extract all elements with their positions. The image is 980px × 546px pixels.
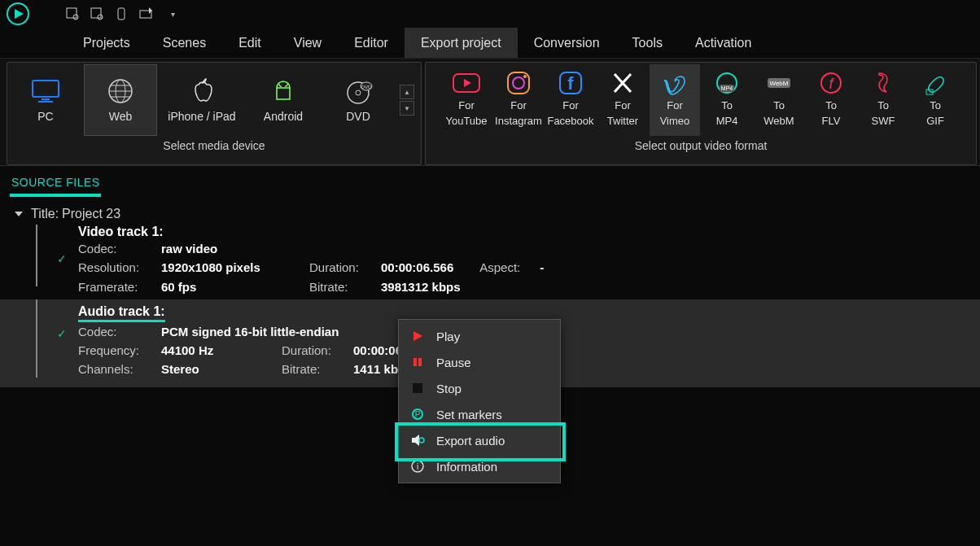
main-tabstrip: Projects Scenes Edit View Editor Export … — [0, 28, 980, 59]
ribbon-group-output-format: ForYouTube ForInstagram f ForFacebook Fo… — [425, 62, 977, 165]
svg-rect-4 — [91, 8, 101, 18]
stop-icon — [410, 381, 425, 395]
svg-text:P: P — [415, 410, 421, 419]
media-device-caption: Select media device — [163, 139, 265, 152]
svg-point-17 — [280, 85, 282, 87]
play-icon — [410, 329, 425, 343]
svg-rect-6 — [118, 8, 125, 20]
video-track-header: Video track 1: — [0, 225, 980, 239]
context-menu-information[interactable]: i Information — [399, 453, 560, 479]
check-icon: ✓ — [57, 252, 67, 265]
svg-text:i: i — [417, 462, 418, 471]
dvd-icon: DVD — [343, 77, 373, 105]
format-youtube-button[interactable]: ForYouTube — [441, 64, 492, 136]
flv-icon: f — [819, 69, 843, 97]
svg-rect-41 — [413, 383, 422, 393]
device-web-button[interactable]: Web — [84, 64, 157, 136]
device-iphone-button[interactable]: iPhone / iPad — [159, 64, 245, 136]
tab-edit[interactable]: Edit — [222, 28, 278, 58]
svg-rect-9 — [33, 81, 59, 97]
project-title-row[interactable]: Title: Project 23 — [0, 203, 980, 225]
source-files-header: SOURCE FILES — [0, 176, 100, 192]
qat-icon-4[interactable] — [137, 5, 155, 23]
device-spinner: ▲ ▼ — [400, 64, 414, 136]
format-facebook-button[interactable]: f ForFacebook — [545, 64, 596, 136]
gif-brush-icon — [923, 69, 947, 97]
context-menu-export-audio[interactable]: Export audio — [399, 427, 560, 453]
tab-activation[interactable]: Activation — [679, 28, 768, 58]
globe-icon — [107, 77, 134, 105]
ribbon: PC Web iPhone / iPad Android — [0, 59, 980, 166]
svg-point-26 — [513, 77, 524, 89]
tab-projects[interactable]: Projects — [67, 28, 147, 58]
format-mp4-button[interactable]: MP4 ToMP4 — [702, 64, 752, 136]
collapse-arrow-icon[interactable] — [15, 212, 23, 216]
svg-text:f: f — [567, 73, 574, 94]
device-dvd-button[interactable]: DVD DVD — [322, 64, 395, 136]
qat-icon-3[interactable] — [112, 5, 130, 23]
format-swf-button[interactable]: ToSWF — [858, 64, 908, 136]
context-menu-play[interactable]: Play — [399, 323, 560, 349]
svg-marker-24 — [464, 79, 471, 87]
check-icon: ✓ — [57, 327, 67, 340]
monitor-icon — [30, 77, 61, 105]
svg-point-5 — [98, 15, 103, 20]
tab-editor[interactable]: Editor — [338, 28, 405, 58]
format-flv-button[interactable]: f ToFLV — [806, 64, 856, 136]
vimeo-icon — [661, 69, 689, 97]
export-audio-icon — [410, 433, 425, 448]
qat-icon-2[interactable] — [88, 5, 106, 23]
svg-text:f: f — [829, 76, 834, 92]
qat-dropdown-icon[interactable]: ▾ — [171, 10, 175, 19]
svg-marker-38 — [413, 331, 422, 341]
context-menu-stop[interactable]: Stop — [399, 375, 560, 401]
mp4-icon: MP4 — [713, 69, 741, 97]
context-menu-set-markers[interactable]: P Set markers — [399, 401, 560, 427]
tab-export-project[interactable]: Export project — [405, 28, 518, 58]
svg-rect-39 — [413, 358, 417, 366]
facebook-icon: f — [558, 69, 584, 97]
format-vimeo-button[interactable]: ForVimeo — [650, 64, 700, 136]
twitter-x-icon — [610, 69, 635, 97]
svg-marker-1 — [15, 9, 24, 19]
format-instagram-button[interactable]: ForInstagram — [493, 64, 544, 136]
tab-scenes[interactable]: Scenes — [147, 28, 222, 58]
app-logo-icon — [5, 1, 31, 27]
video-track-block: ✓ Video track 1: Codec: raw video Resolu… — [0, 225, 980, 296]
svg-point-20 — [356, 90, 361, 95]
instagram-icon — [505, 69, 532, 97]
pause-icon — [410, 355, 425, 369]
format-twitter-button[interactable]: ForTwitter — [597, 64, 648, 136]
spinner-up-icon[interactable]: ▲ — [400, 85, 414, 99]
device-android-button[interactable]: Android — [247, 64, 320, 136]
svg-text:DVD: DVD — [361, 85, 372, 90]
apple-icon — [190, 77, 213, 105]
svg-point-44 — [419, 438, 424, 443]
youtube-icon — [452, 69, 481, 97]
swf-icon — [871, 69, 895, 97]
svg-rect-40 — [418, 358, 422, 366]
title-label: Title: — [31, 207, 59, 221]
device-pc-button[interactable]: PC — [9, 64, 82, 136]
qat-icon-1[interactable] — [63, 5, 81, 23]
info-icon: i — [410, 459, 425, 474]
webm-icon: WebM — [764, 69, 794, 97]
quick-access-toolbar: ▾ — [0, 0, 980, 28]
context-menu: Play Pause Stop P Set markers Export aud… — [398, 319, 561, 483]
context-menu-pause[interactable]: Pause — [399, 349, 560, 375]
svg-rect-11 — [38, 101, 53, 103]
output-format-caption: Select output video format — [635, 139, 768, 152]
tab-tools[interactable]: Tools — [616, 28, 679, 58]
tab-view[interactable]: View — [278, 28, 338, 58]
title-value: Project 23 — [62, 207, 120, 221]
svg-rect-2 — [67, 8, 77, 18]
marker-icon: P — [410, 407, 425, 422]
format-gif-button[interactable]: ToGIF — [910, 64, 960, 136]
format-webm-button[interactable]: WebM ToWebM — [754, 64, 804, 136]
header-underline — [10, 194, 101, 197]
svg-point-18 — [285, 85, 287, 87]
svg-point-3 — [73, 15, 78, 20]
svg-text:MP4: MP4 — [721, 85, 733, 91]
tab-conversion[interactable]: Conversion — [518, 28, 616, 58]
spinner-down-icon[interactable]: ▼ — [400, 101, 414, 116]
